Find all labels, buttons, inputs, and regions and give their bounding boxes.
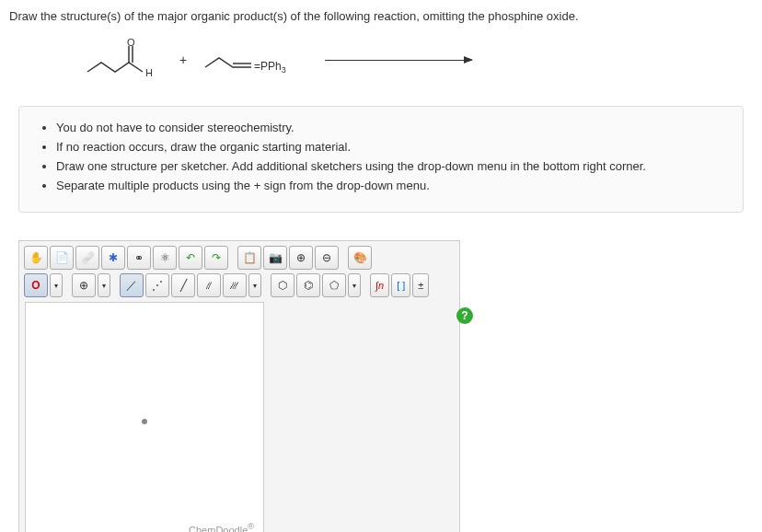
zoom-in-button[interactable]: ⊕ <box>289 246 313 270</box>
benzene-button[interactable]: ⌬ <box>296 273 320 297</box>
toolbar-row-2: O ▾ ⊕ ▾ ／ ⋰ ╱ ⫽ ⫻ ▾ ⬡ ⌬ ⬠ ▾ ∫n [ ] ± <box>22 272 456 299</box>
double-bond-button[interactable]: ⫽ <box>197 273 221 297</box>
aldehyde-structure: O H <box>83 37 166 83</box>
recessed-bond-button[interactable]: ⋰ <box>145 273 169 297</box>
zoom-out-button[interactable]: ⊖ <box>315 246 339 270</box>
copy-button[interactable]: 📷 <box>263 246 287 270</box>
ring-caret[interactable]: ▾ <box>348 273 361 297</box>
question-prompt: Draw the structure(s) of the major organ… <box>9 9 753 23</box>
instruction-item: You do not have to consider stereochemis… <box>56 121 724 134</box>
color-button[interactable]: 🎨 <box>348 246 372 270</box>
erase-button[interactable]: 🩹 <box>75 246 99 270</box>
sketcher-panel: ✋ 📄 🩹 ✱ ⚭ ⚛ ↶ ↷ 📋 📷 ⊕ ⊖ 🎨 O ▾ ⊕ ▾ ／ ⋰ ╱ <box>18 240 460 532</box>
center-button[interactable]: ✱ <box>101 246 125 270</box>
molecule-button[interactable]: ⚛ <box>153 246 177 270</box>
charge-caret[interactable]: ▾ <box>98 273 110 297</box>
bond-caret[interactable]: ▾ <box>248 273 261 297</box>
hand-tool[interactable]: ✋ <box>24 246 48 270</box>
cyclohexane-button[interactable]: ⬡ <box>271 273 294 297</box>
instruction-item: If no reaction occurs, draw the organic … <box>56 140 724 154</box>
charge-button[interactable]: ⊕ <box>72 273 96 297</box>
instruction-item: Separate multiple products using the + s… <box>56 179 724 192</box>
open-button[interactable]: 📄 <box>50 246 74 270</box>
reaction-arrow <box>325 60 472 61</box>
svg-text:=PPh3: =PPh3 <box>254 60 286 75</box>
undo-button[interactable]: ↶ <box>179 246 202 270</box>
bold-bond-button[interactable]: ╱ <box>171 273 195 297</box>
toolbar-row-1: ✋ 📄 🩹 ✱ ⚭ ⚛ ↶ ↷ 📋 📷 ⊕ ⊖ 🎨 <box>22 244 456 272</box>
isotope-button[interactable]: ± <box>412 273 429 297</box>
pph3-sub: 3 <box>282 65 286 75</box>
clean-button[interactable]: ⚭ <box>127 246 151 270</box>
svg-text:O: O <box>127 37 135 48</box>
drawing-canvas[interactable]: ChemDoodle® <box>25 302 264 532</box>
reaction-scheme: O H + =PPh3 <box>83 37 753 83</box>
pph3-label: =PPh <box>254 60 282 73</box>
instruction-item: Draw one structure per sketcher. Add add… <box>56 159 724 173</box>
triple-bond-button[interactable]: ⫻ <box>223 273 247 297</box>
atom-caret[interactable]: ▾ <box>50 273 63 297</box>
chemdoodle-brand: ChemDoodle® <box>189 522 254 532</box>
single-bond-button[interactable]: ／ <box>120 273 144 297</box>
instructions-panel: You do not have to consider stereochemis… <box>18 106 744 213</box>
canvas-center-dot <box>142 419 147 424</box>
bracket-button[interactable]: [ ] <box>391 273 410 297</box>
paste-button[interactable]: 📋 <box>237 246 261 270</box>
atom-o-button[interactable]: O <box>24 273 48 297</box>
cyclopentane-button[interactable]: ⬠ <box>322 273 346 297</box>
redo-button[interactable]: ↷ <box>204 246 228 270</box>
ylide-structure: =PPh3 <box>201 41 311 78</box>
aldehyde-h-label: H <box>145 67 153 78</box>
plus-sign: + <box>179 52 187 67</box>
help-button[interactable]: ? <box>456 307 473 324</box>
lewis-button[interactable]: ∫n <box>370 273 389 297</box>
